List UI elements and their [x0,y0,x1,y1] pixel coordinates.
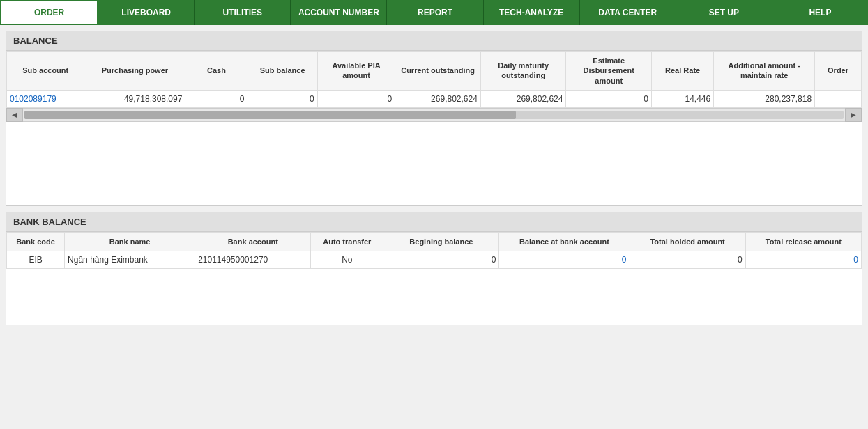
cell-bank-account: 210114950001270 [195,251,311,269]
col-daily-maturity: Daily maturity outstanding [480,52,566,91]
nav-account-number[interactable]: ACCOUNT NUMBER [291,0,387,25]
horizontal-scrollbar[interactable]: ◀ ▶ [6,108,862,122]
col-cash: Cash [185,52,248,91]
cell-daily-maturity: 269,802,624 [480,90,566,107]
col-order: Order [815,52,862,91]
cell-sub-account[interactable]: 0102089179 [7,90,84,107]
main-content: BALANCE Sub account Purchasing power Cas… [0,25,868,336]
col-bank-account: Bank account [195,232,311,251]
cell-total-release: 0 [745,251,861,269]
cell-beginning-balance: 0 [383,251,499,269]
cell-current-outstanding: 269,802,624 [395,90,481,107]
nav-set-up[interactable]: SET UP [676,0,772,25]
col-total-release: Total release amount [745,232,861,251]
cell-bank-code: EIB [7,251,65,269]
nav-data-center[interactable]: DATA CENTER [580,0,676,25]
bank-balance-section-header: BANK BALANCE [6,212,862,232]
col-real-rate: Real Rate [652,52,714,91]
col-sub-account: Sub account [7,52,84,91]
bank-balance-empty-area [6,269,862,325]
scroll-left-arrow[interactable]: ◀ [6,108,23,122]
col-available-pia: Available PIA amount [317,52,395,91]
nav-help[interactable]: HELP [772,0,868,25]
scroll-right-arrow[interactable]: ▶ [845,108,862,122]
col-additional-amount: Additional amount - maintain rate [714,52,815,91]
nav-tech-analyze[interactable]: TECH-ANALYZE [484,0,580,25]
navigation-bar: ORDER LIVEBOARD UTILITIES ACCOUNT NUMBER… [0,0,868,25]
bank-balance-row: EIB Ngân hàng Eximbank 210114950001270 N… [7,251,862,269]
bank-balance-table: Bank code Bank name Bank account Auto tr… [6,232,862,269]
bank-balance-section: BANK BALANCE Bank code Bank name Bank ac… [6,212,862,325]
col-beginning-balance: Begining balance [383,232,499,251]
col-auto-transfer: Auto transfer [311,232,383,251]
cell-purchasing-power: 49,718,308,097 [84,90,185,107]
bank-balance-header-row: Bank code Bank name Bank account Auto tr… [7,232,862,251]
col-current-outstanding: Current outstanding [395,52,481,91]
nav-utilities[interactable]: UTILITIES [195,0,291,25]
nav-liveboard[interactable]: LIVEBOARD [98,0,195,25]
balance-table-wrapper[interactable]: Sub account Purchasing power Cash Sub ba… [6,51,862,108]
cell-cash: 0 [185,90,248,107]
cell-sub-balance: 0 [248,90,317,107]
col-total-holded: Total holded amount [630,232,745,251]
cell-balance-at-bank: 0 [499,251,630,269]
balance-header-row: Sub account Purchasing power Cash Sub ba… [7,52,862,91]
cell-additional-amount: 280,237,818 [714,90,815,107]
col-bank-name: Bank name [65,232,195,251]
col-bank-code: Bank code [7,232,65,251]
cell-real-rate: 14,446 [652,90,714,107]
cell-auto-transfer: No [311,251,383,269]
col-sub-balance: Sub balance [248,52,317,91]
balance-section-header: BALANCE [6,31,862,51]
cell-available-pia: 0 [317,90,395,107]
scroll-track[interactable] [24,111,844,119]
cell-estimate-disbursement: 0 [566,90,652,107]
cell-total-holded: 0 [630,251,745,269]
nav-order[interactable]: ORDER [0,0,98,25]
balance-empty-area [6,122,862,205]
col-purchasing-power: Purchasing power [84,52,185,91]
cell-bank-name: Ngân hàng Eximbank [65,251,195,269]
col-estimate-disbursement: Estimate Disbursement amount [566,52,652,91]
balance-row: 0102089179 49,718,308,097 0 0 0 269,802,… [7,90,862,107]
balance-table: Sub account Purchasing power Cash Sub ba… [6,51,862,108]
nav-report[interactable]: REPORT [387,0,483,25]
balance-section: BALANCE Sub account Purchasing power Cas… [6,31,862,206]
col-balance-at-bank: Balance at bank account [499,232,630,251]
scroll-thumb [24,111,516,119]
cell-order [815,90,862,107]
